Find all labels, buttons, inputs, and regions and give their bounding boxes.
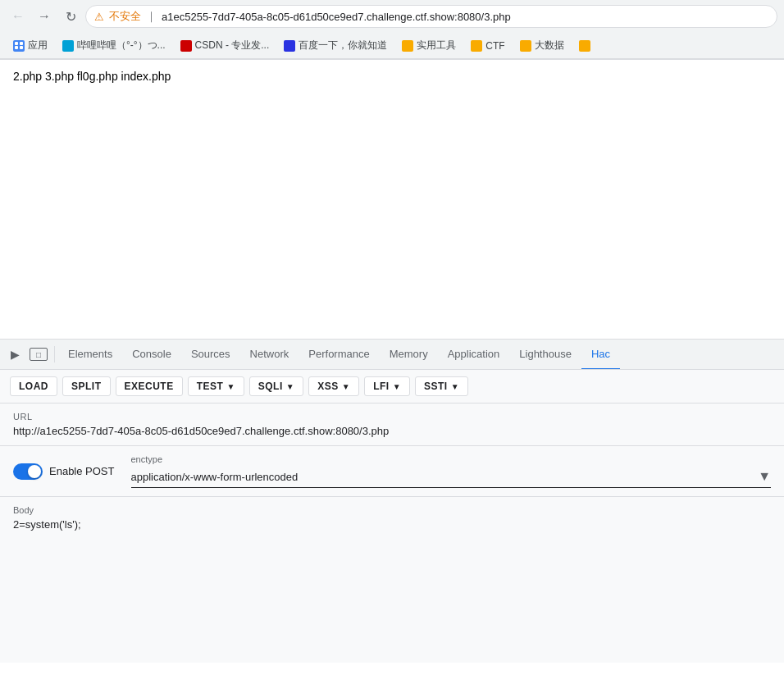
xss-button[interactable]: XSS ▼ [308,376,359,396]
page-text: 2.php 3.php fl0g.php index.php [13,70,171,83]
forward-button[interactable]: → [33,5,56,28]
url-value[interactable]: http://a1ec5255-7dd7-405a-8c05-d61d50ce9… [13,425,771,437]
enable-post-container: Enable POST [13,463,115,480]
enable-post-toggle[interactable] [13,463,43,480]
enctype-dropdown-icon: ▼ [758,469,771,484]
nav-bar: ← → ↻ ⚠ 不安全 ｜ a1ec5255-7dd7-405a-8c05-d6… [0,0,784,33]
lfi-button[interactable]: LFI ▼ [364,376,410,396]
address-url: a1ec5255-7dd7-405a-8c05-d61d50ce9ed7.cha… [162,11,768,23]
post-section: Enable POST enctype application/x-www-fo… [0,446,784,497]
devtools-panel: ▶ □ Elements Console Sources Network Per… [0,339,784,663]
tab-elements[interactable]: Elements [58,340,122,370]
hackbar-toolbar: LOAD SPLIT EXECUTE TEST ▼ SQLI ▼ XSS ▼ L… [0,370,784,403]
load-button[interactable]: LOAD [10,376,57,396]
url-section: URL http://a1ec5255-7dd7-405a-8c05-d61d5… [0,403,784,446]
bookmark-baidu[interactable]: 百度一下，你就知道 [277,36,394,55]
tab-performance[interactable]: Performance [299,340,379,370]
bookmark-bigdata[interactable]: 大数据 [513,36,571,55]
tab-hackbar[interactable]: Hac [581,340,620,370]
devtools-tabs: ▶ □ Elements Console Sources Network Per… [0,340,784,370]
bookmark-csdn-label: CSDN - 专业发... [195,39,270,52]
bookmark-bilibili-icon [62,40,74,52]
url-label: URL [13,412,771,422]
tab-separator [54,346,55,362]
bookmark-ctf[interactable]: CTF [464,38,511,54]
bookmark-apps-icon [13,40,25,52]
bookmark-last[interactable] [572,38,597,54]
bookmark-apps[interactable]: 应用 [7,36,54,55]
security-icon: ⚠ [94,11,104,23]
xss-arrow-icon: ▼ [342,382,350,391]
bookmark-bigdata-label: 大数据 [535,39,564,52]
bookmark-tools-label: 实用工具 [417,39,456,52]
test-button[interactable]: TEST ▼ [188,376,244,396]
ssti-arrow-icon: ▼ [451,382,459,391]
back-button[interactable]: ← [7,5,30,28]
execute-button[interactable]: EXECUTE [116,376,183,396]
bookmark-apps-label: 应用 [28,39,48,52]
bookmark-baidu-label: 百度一下，你就知道 [299,39,387,52]
address-separator: ｜ [146,9,157,24]
bookmark-tools[interactable]: 实用工具 [395,36,463,55]
bookmark-bilibili-label: 哔哩哔哩（°-°）つ... [77,39,166,52]
enctype-select[interactable]: application/x-www-form-urlencoded ▼ [131,466,772,488]
body-value[interactable]: 2=system('ls'); [13,518,771,531]
bookmark-ctf-label: CTF [485,40,504,52]
tab-lighthouse[interactable]: Lighthouse [509,340,581,370]
ssti-button[interactable]: SSTI ▼ [415,376,468,396]
sqli-button[interactable]: SQLI ▼ [249,376,303,396]
tab-memory[interactable]: Memory [380,340,438,370]
inspect-icon[interactable]: □ [30,348,48,361]
hackbar-panel: LOAD SPLIT EXECUTE TEST ▼ SQLI ▼ XSS ▼ L… [0,370,784,663]
security-label: 不安全 [109,9,141,24]
address-bar[interactable]: ⚠ 不安全 ｜ a1ec5255-7dd7-405a-8c05-d61d50ce… [85,5,777,28]
body-section: Body 2=system('ls'); [0,497,784,539]
browser-chrome: ← → ↻ ⚠ 不安全 ｜ a1ec5255-7dd7-405a-8c05-d6… [0,0,784,60]
cursor-icon[interactable]: ▶ [3,343,26,366]
tab-console[interactable]: Console [122,340,181,370]
sqli-arrow-icon: ▼ [286,382,294,391]
body-label: Body [13,505,771,515]
bookmark-tools-icon [402,40,413,52]
lfi-arrow-icon: ▼ [393,382,401,391]
bookmark-last-icon [579,40,590,52]
enctype-value: application/x-www-form-urlencoded [131,471,299,483]
bookmark-csdn[interactable]: CSDN - 专业发... [174,36,276,55]
split-button[interactable]: SPLIT [62,376,111,396]
tab-sources[interactable]: Sources [181,340,240,370]
bookmark-baidu-icon [284,40,295,52]
enctype-label: enctype [131,454,772,464]
bookmark-bigdata-icon [520,40,531,52]
page-content: 2.php 3.php fl0g.php index.php [0,60,784,339]
tab-network[interactable]: Network [240,340,299,370]
enable-post-label: Enable POST [49,465,115,477]
enctype-section: enctype application/x-www-form-urlencode… [131,454,772,488]
tab-application[interactable]: Application [438,340,510,370]
bookmark-ctf-icon [471,40,482,52]
bookmark-bilibili[interactable]: 哔哩哔哩（°-°）つ... [56,36,172,55]
test-arrow-icon: ▼ [226,382,235,391]
bookmark-csdn-icon [180,40,192,52]
bookmarks-bar: 应用 哔哩哔哩（°-°）つ... CSDN - 专业发... 百度一下，你就知道… [0,33,784,59]
refresh-button[interactable]: ↻ [59,5,82,28]
